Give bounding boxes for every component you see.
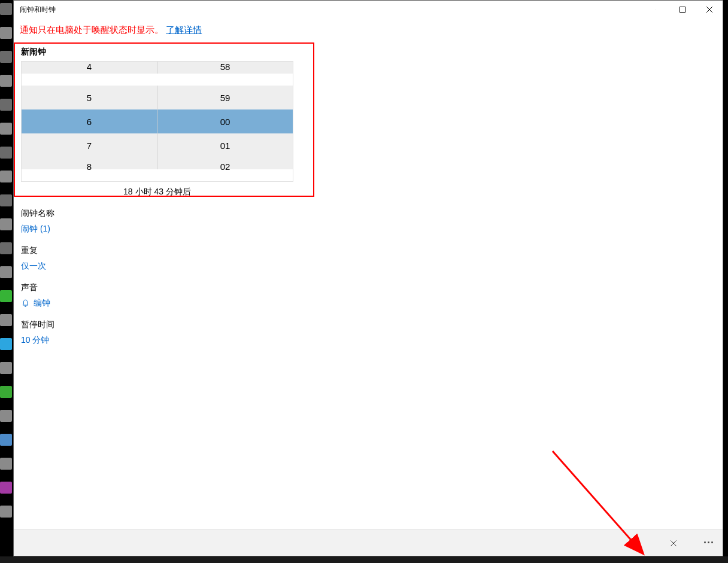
notice-bar: 通知只在电脑处于唤醒状态时显示。 了解详情 bbox=[14, 19, 723, 42]
desktop-shortcut-icon[interactable] bbox=[0, 458, 12, 470]
desktop-shortcut-icon[interactable] bbox=[0, 194, 12, 206]
desktop-shortcut-icon[interactable] bbox=[0, 27, 12, 39]
minute-option[interactable]: 58 bbox=[157, 62, 293, 74]
hour-selected[interactable]: 6 bbox=[22, 109, 157, 133]
minute-option[interactable]: 02 bbox=[157, 157, 293, 169]
svg-rect-7 bbox=[635, 543, 639, 546]
minimize-button[interactable] bbox=[642, 1, 669, 19]
hour-option[interactable]: 5 bbox=[22, 86, 157, 109]
command-bar: ··· bbox=[14, 529, 723, 556]
desktop-shortcut-icon[interactable] bbox=[0, 147, 12, 159]
hour-option[interactable]: 8 bbox=[22, 157, 157, 169]
desktop-shortcut-icon[interactable] bbox=[0, 338, 12, 350]
desktop-shortcut-icon[interactable] bbox=[0, 290, 12, 302]
alarm-name-label: 闹钟名称 bbox=[21, 208, 715, 219]
desktop-shortcut-icon[interactable] bbox=[0, 99, 12, 111]
desktop-shortcut-icon[interactable] bbox=[0, 386, 12, 398]
svg-rect-6 bbox=[635, 540, 638, 541]
bell-icon bbox=[21, 299, 30, 308]
snooze-value[interactable]: 10 分钟 bbox=[21, 335, 715, 346]
desktop-shortcut-icon[interactable] bbox=[0, 506, 12, 518]
desktop-shortcut-icon[interactable] bbox=[0, 434, 12, 446]
desktop-shortcut-icon[interactable] bbox=[0, 123, 12, 135]
close-icon bbox=[669, 538, 678, 548]
repeat-label: 重复 bbox=[21, 245, 715, 256]
minute-selected[interactable]: 00 bbox=[157, 109, 293, 133]
desktop-shortcut-icon[interactable] bbox=[0, 75, 12, 87]
desktop-shortcut-icon[interactable] bbox=[0, 314, 12, 326]
titlebar: 闹钟和时钟 bbox=[14, 1, 723, 19]
window-title: 闹钟和时钟 bbox=[14, 5, 56, 15]
repeat-value[interactable]: 仅一次 bbox=[21, 261, 715, 272]
maximize-button[interactable] bbox=[669, 1, 696, 19]
minute-option[interactable]: 01 bbox=[157, 133, 293, 157]
notice-learn-more-link[interactable]: 了解详情 bbox=[166, 25, 202, 35]
desktop-shortcut-icon[interactable] bbox=[0, 362, 12, 374]
close-button[interactable] bbox=[696, 1, 723, 19]
desktop-shortcut-icon[interactable] bbox=[0, 3, 12, 15]
notice-text: 通知只在电脑处于唤醒状态时显示。 bbox=[20, 25, 166, 35]
desktop-shortcut-icon[interactable] bbox=[0, 171, 12, 182]
minute-option[interactable]: 59 bbox=[157, 86, 293, 109]
system-tray[interactable] bbox=[710, 556, 728, 563]
windows-taskbar bbox=[0, 556, 728, 563]
sound-value[interactable]: 编钟 bbox=[21, 298, 715, 309]
desktop-shortcut-icon[interactable] bbox=[0, 51, 12, 63]
alarm-name-value[interactable]: 闹钟 (1) bbox=[21, 224, 715, 235]
new-alarm-header: 新闹钟 bbox=[21, 42, 715, 61]
sound-value-text: 编钟 bbox=[34, 298, 50, 309]
desktop-shortcut-icon[interactable] bbox=[0, 482, 12, 494]
sound-label: 声音 bbox=[21, 282, 715, 293]
snooze-label: 暂停时间 bbox=[21, 319, 715, 330]
time-picker[interactable]: 4 58 5 59 6 00 7 01 8 02 bbox=[21, 61, 293, 182]
time-remaining-label: 18 小时 43 分钟后 bbox=[21, 184, 293, 203]
save-button[interactable] bbox=[627, 534, 646, 553]
desktop-taskbar-left bbox=[0, 0, 13, 563]
hour-option[interactable]: 7 bbox=[22, 133, 157, 157]
cancel-button[interactable] bbox=[664, 534, 683, 553]
save-icon bbox=[632, 538, 641, 548]
hour-option[interactable]: 4 bbox=[22, 62, 157, 74]
more-button[interactable]: ··· bbox=[701, 537, 717, 549]
content-area: 通知只在电脑处于唤醒状态时显示。 了解详情 新闹钟 4 58 5 59 6 00… bbox=[14, 19, 723, 529]
desktop-shortcut-icon[interactable] bbox=[0, 242, 12, 254]
svg-rect-1 bbox=[680, 7, 685, 13]
desktop-shortcut-icon[interactable] bbox=[0, 218, 12, 230]
desktop-shortcut-icon[interactable] bbox=[0, 410, 12, 422]
desktop-shortcut-icon[interactable] bbox=[0, 266, 12, 278]
alarms-clock-window: 闹钟和时钟 通知只在电脑处于唤醒状态时显示。 了解详情 新闹钟 4 58 5 bbox=[13, 0, 723, 556]
